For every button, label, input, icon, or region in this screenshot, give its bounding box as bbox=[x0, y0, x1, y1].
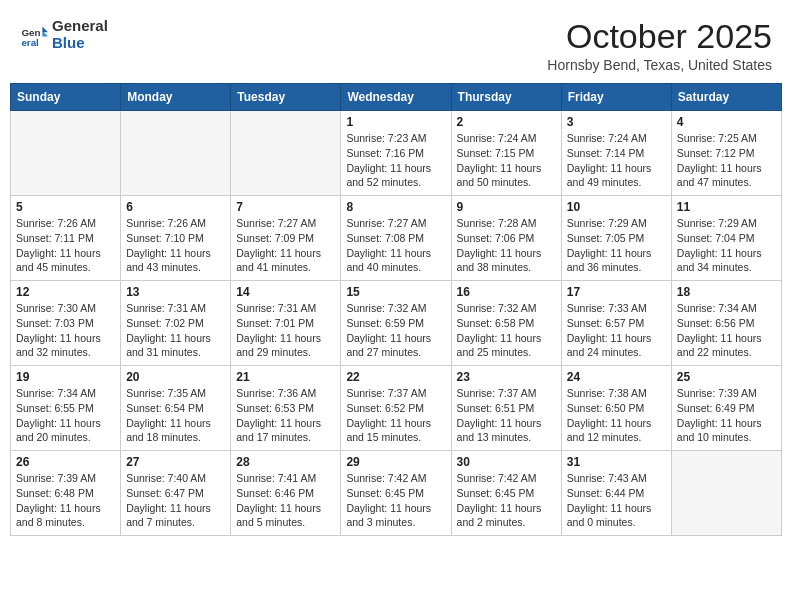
calendar-cell: 28Sunrise: 7:41 AMSunset: 6:46 PMDayligh… bbox=[231, 451, 341, 536]
calendar-cell: 17Sunrise: 7:33 AMSunset: 6:57 PMDayligh… bbox=[561, 281, 671, 366]
day-number: 22 bbox=[346, 370, 445, 384]
day-info: Sunrise: 7:40 AMSunset: 6:47 PMDaylight:… bbox=[126, 471, 225, 530]
day-info: Sunrise: 7:26 AMSunset: 7:11 PMDaylight:… bbox=[16, 216, 115, 275]
calendar-cell: 10Sunrise: 7:29 AMSunset: 7:05 PMDayligh… bbox=[561, 196, 671, 281]
svg-text:eral: eral bbox=[21, 37, 39, 48]
day-number: 6 bbox=[126, 200, 225, 214]
calendar-cell: 5Sunrise: 7:26 AMSunset: 7:11 PMDaylight… bbox=[11, 196, 121, 281]
day-info: Sunrise: 7:25 AMSunset: 7:12 PMDaylight:… bbox=[677, 131, 776, 190]
week-row-3: 12Sunrise: 7:30 AMSunset: 7:03 PMDayligh… bbox=[11, 281, 782, 366]
calendar-cell: 8Sunrise: 7:27 AMSunset: 7:08 PMDaylight… bbox=[341, 196, 451, 281]
day-info: Sunrise: 7:37 AMSunset: 6:52 PMDaylight:… bbox=[346, 386, 445, 445]
day-number: 1 bbox=[346, 115, 445, 129]
calendar-cell bbox=[231, 111, 341, 196]
calendar-cell: 7Sunrise: 7:27 AMSunset: 7:09 PMDaylight… bbox=[231, 196, 341, 281]
weekday-header-saturday: Saturday bbox=[671, 84, 781, 111]
day-info: Sunrise: 7:31 AMSunset: 7:02 PMDaylight:… bbox=[126, 301, 225, 360]
week-row-1: 1Sunrise: 7:23 AMSunset: 7:16 PMDaylight… bbox=[11, 111, 782, 196]
day-number: 24 bbox=[567, 370, 666, 384]
day-number: 4 bbox=[677, 115, 776, 129]
week-row-4: 19Sunrise: 7:34 AMSunset: 6:55 PMDayligh… bbox=[11, 366, 782, 451]
month-title: October 2025 bbox=[547, 18, 772, 55]
day-number: 3 bbox=[567, 115, 666, 129]
day-info: Sunrise: 7:38 AMSunset: 6:50 PMDaylight:… bbox=[567, 386, 666, 445]
day-number: 26 bbox=[16, 455, 115, 469]
weekday-header-tuesday: Tuesday bbox=[231, 84, 341, 111]
day-info: Sunrise: 7:42 AMSunset: 6:45 PMDaylight:… bbox=[346, 471, 445, 530]
day-number: 7 bbox=[236, 200, 335, 214]
calendar-cell bbox=[671, 451, 781, 536]
day-number: 23 bbox=[457, 370, 556, 384]
day-info: Sunrise: 7:23 AMSunset: 7:16 PMDaylight:… bbox=[346, 131, 445, 190]
day-number: 11 bbox=[677, 200, 776, 214]
day-number: 27 bbox=[126, 455, 225, 469]
logo: Gen eral General Blue bbox=[20, 18, 108, 51]
weekday-header-friday: Friday bbox=[561, 84, 671, 111]
day-number: 17 bbox=[567, 285, 666, 299]
logo-general: General bbox=[52, 18, 108, 35]
day-number: 10 bbox=[567, 200, 666, 214]
day-number: 20 bbox=[126, 370, 225, 384]
calendar-cell: 14Sunrise: 7:31 AMSunset: 7:01 PMDayligh… bbox=[231, 281, 341, 366]
calendar-cell: 25Sunrise: 7:39 AMSunset: 6:49 PMDayligh… bbox=[671, 366, 781, 451]
day-info: Sunrise: 7:41 AMSunset: 6:46 PMDaylight:… bbox=[236, 471, 335, 530]
page-header: Gen eral General Blue October 2025 Horns… bbox=[10, 10, 782, 77]
day-info: Sunrise: 7:30 AMSunset: 7:03 PMDaylight:… bbox=[16, 301, 115, 360]
calendar-cell: 12Sunrise: 7:30 AMSunset: 7:03 PMDayligh… bbox=[11, 281, 121, 366]
calendar-cell: 27Sunrise: 7:40 AMSunset: 6:47 PMDayligh… bbox=[121, 451, 231, 536]
day-number: 16 bbox=[457, 285, 556, 299]
calendar-cell: 22Sunrise: 7:37 AMSunset: 6:52 PMDayligh… bbox=[341, 366, 451, 451]
day-info: Sunrise: 7:35 AMSunset: 6:54 PMDaylight:… bbox=[126, 386, 225, 445]
calendar-cell: 6Sunrise: 7:26 AMSunset: 7:10 PMDaylight… bbox=[121, 196, 231, 281]
day-number: 31 bbox=[567, 455, 666, 469]
day-info: Sunrise: 7:33 AMSunset: 6:57 PMDaylight:… bbox=[567, 301, 666, 360]
svg-marker-2 bbox=[42, 26, 48, 32]
day-number: 29 bbox=[346, 455, 445, 469]
day-info: Sunrise: 7:24 AMSunset: 7:14 PMDaylight:… bbox=[567, 131, 666, 190]
calendar-cell bbox=[121, 111, 231, 196]
day-number: 30 bbox=[457, 455, 556, 469]
day-number: 13 bbox=[126, 285, 225, 299]
week-row-2: 5Sunrise: 7:26 AMSunset: 7:11 PMDaylight… bbox=[11, 196, 782, 281]
weekday-header-wednesday: Wednesday bbox=[341, 84, 451, 111]
day-number: 12 bbox=[16, 285, 115, 299]
day-info: Sunrise: 7:39 AMSunset: 6:49 PMDaylight:… bbox=[677, 386, 776, 445]
day-info: Sunrise: 7:26 AMSunset: 7:10 PMDaylight:… bbox=[126, 216, 225, 275]
day-number: 8 bbox=[346, 200, 445, 214]
day-number: 18 bbox=[677, 285, 776, 299]
calendar-cell: 16Sunrise: 7:32 AMSunset: 6:58 PMDayligh… bbox=[451, 281, 561, 366]
calendar-cell: 15Sunrise: 7:32 AMSunset: 6:59 PMDayligh… bbox=[341, 281, 451, 366]
day-info: Sunrise: 7:43 AMSunset: 6:44 PMDaylight:… bbox=[567, 471, 666, 530]
calendar-cell: 13Sunrise: 7:31 AMSunset: 7:02 PMDayligh… bbox=[121, 281, 231, 366]
calendar-cell: 30Sunrise: 7:42 AMSunset: 6:45 PMDayligh… bbox=[451, 451, 561, 536]
day-number: 5 bbox=[16, 200, 115, 214]
day-number: 28 bbox=[236, 455, 335, 469]
calendar-cell bbox=[11, 111, 121, 196]
day-info: Sunrise: 7:27 AMSunset: 7:09 PMDaylight:… bbox=[236, 216, 335, 275]
weekday-header-monday: Monday bbox=[121, 84, 231, 111]
day-info: Sunrise: 7:39 AMSunset: 6:48 PMDaylight:… bbox=[16, 471, 115, 530]
day-info: Sunrise: 7:37 AMSunset: 6:51 PMDaylight:… bbox=[457, 386, 556, 445]
calendar-cell: 23Sunrise: 7:37 AMSunset: 6:51 PMDayligh… bbox=[451, 366, 561, 451]
day-info: Sunrise: 7:36 AMSunset: 6:53 PMDaylight:… bbox=[236, 386, 335, 445]
calendar-cell: 18Sunrise: 7:34 AMSunset: 6:56 PMDayligh… bbox=[671, 281, 781, 366]
location: Hornsby Bend, Texas, United States bbox=[547, 57, 772, 73]
day-number: 21 bbox=[236, 370, 335, 384]
day-info: Sunrise: 7:34 AMSunset: 6:56 PMDaylight:… bbox=[677, 301, 776, 360]
day-number: 15 bbox=[346, 285, 445, 299]
day-number: 19 bbox=[16, 370, 115, 384]
calendar-cell: 19Sunrise: 7:34 AMSunset: 6:55 PMDayligh… bbox=[11, 366, 121, 451]
day-info: Sunrise: 7:27 AMSunset: 7:08 PMDaylight:… bbox=[346, 216, 445, 275]
logo-text: General Blue bbox=[52, 18, 108, 51]
calendar-cell: 4Sunrise: 7:25 AMSunset: 7:12 PMDaylight… bbox=[671, 111, 781, 196]
calendar-cell: 20Sunrise: 7:35 AMSunset: 6:54 PMDayligh… bbox=[121, 366, 231, 451]
calendar-cell: 29Sunrise: 7:42 AMSunset: 6:45 PMDayligh… bbox=[341, 451, 451, 536]
calendar-cell: 3Sunrise: 7:24 AMSunset: 7:14 PMDaylight… bbox=[561, 111, 671, 196]
day-info: Sunrise: 7:42 AMSunset: 6:45 PMDaylight:… bbox=[457, 471, 556, 530]
calendar-cell: 24Sunrise: 7:38 AMSunset: 6:50 PMDayligh… bbox=[561, 366, 671, 451]
day-info: Sunrise: 7:24 AMSunset: 7:15 PMDaylight:… bbox=[457, 131, 556, 190]
calendar-cell: 31Sunrise: 7:43 AMSunset: 6:44 PMDayligh… bbox=[561, 451, 671, 536]
week-row-5: 26Sunrise: 7:39 AMSunset: 6:48 PMDayligh… bbox=[11, 451, 782, 536]
calendar-cell: 21Sunrise: 7:36 AMSunset: 6:53 PMDayligh… bbox=[231, 366, 341, 451]
day-info: Sunrise: 7:32 AMSunset: 6:59 PMDaylight:… bbox=[346, 301, 445, 360]
